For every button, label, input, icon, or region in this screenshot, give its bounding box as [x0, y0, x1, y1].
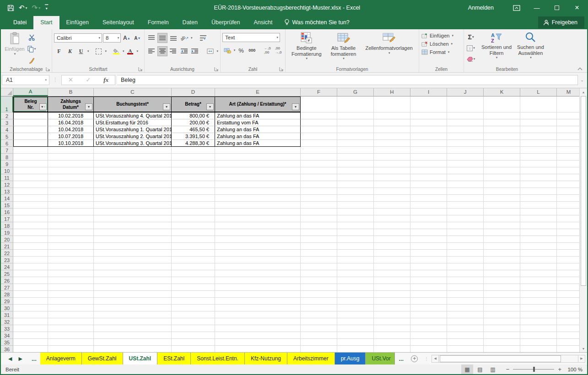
row-header-15[interactable]: 15	[1, 202, 13, 209]
cell-A20[interactable]	[13, 236, 48, 243]
cell-D34[interactable]	[172, 332, 215, 339]
cell-D17[interactable]	[172, 215, 215, 222]
cell-D32[interactable]	[172, 318, 215, 325]
cell-M11[interactable]	[557, 174, 579, 181]
row-header-5[interactable]: 5	[1, 133, 13, 140]
font-name-combo[interactable]: Calibri▾	[54, 33, 102, 43]
cell-K34[interactable]	[484, 332, 520, 339]
grow-font-button[interactable]: A▲	[122, 33, 131, 43]
row-header-18[interactable]: 18	[1, 222, 13, 229]
cell-F36[interactable]	[301, 346, 337, 352]
cell-A21[interactable]	[13, 243, 48, 250]
zoom-level[interactable]: 100 %	[562, 367, 583, 372]
cell-A11[interactable]	[13, 174, 48, 181]
cell-M9[interactable]	[557, 161, 579, 167]
cell-F9[interactable]	[301, 161, 337, 167]
cell-M23[interactable]	[557, 257, 579, 263]
cell-L21[interactable]	[520, 243, 557, 250]
fill-color-button[interactable]	[111, 46, 121, 56]
row-header-35[interactable]: 35	[1, 339, 13, 346]
borders-button[interactable]	[94, 46, 104, 56]
cancel-entry-icon[interactable]: ✕	[68, 76, 73, 83]
row-header-7[interactable]: 7	[1, 147, 13, 154]
cell-L33[interactable]	[520, 325, 557, 332]
cell-H23[interactable]	[374, 257, 410, 263]
cell-G27[interactable]	[337, 284, 374, 291]
scroll-up-button[interactable]: ▲	[580, 88, 587, 96]
cell-B1[interactable]: Zahlungs Datum*▼	[48, 96, 94, 112]
cell-C6[interactable]: USt.Vorauszahlung 3. Quartal 2017	[94, 140, 172, 147]
row-header-29[interactable]: 29	[1, 298, 13, 305]
row-header-11[interactable]: 11	[1, 174, 13, 181]
cell-G16[interactable]	[337, 209, 374, 215]
cell-G21[interactable]	[337, 243, 374, 250]
cell-A34[interactable]	[13, 332, 48, 339]
cell-J33[interactable]	[447, 325, 484, 332]
insert-function-icon[interactable]: fx	[103, 76, 108, 84]
cell-L24[interactable]	[520, 263, 557, 270]
cell-B26[interactable]	[48, 277, 94, 284]
cell-F33[interactable]	[301, 325, 337, 332]
cell-J2[interactable]	[447, 112, 484, 119]
cell-E10[interactable]	[215, 167, 301, 174]
cell-M28[interactable]	[557, 291, 579, 298]
cell-I22[interactable]	[410, 250, 447, 257]
sheet-tab-est-zahl[interactable]: ESt.Zahl	[157, 353, 191, 364]
cell-M4[interactable]	[557, 126, 579, 133]
row-header-24[interactable]: 24	[1, 263, 13, 270]
cell-I34[interactable]	[410, 332, 447, 339]
cell-K26[interactable]	[484, 277, 520, 284]
sheet-tab-gewst-zahl[interactable]: GewSt.Zahl	[82, 353, 123, 364]
shrink-font-button[interactable]: A▼	[133, 33, 142, 43]
cell-B29[interactable]	[48, 298, 94, 305]
cell-L4[interactable]	[520, 126, 557, 133]
cell-D27[interactable]	[172, 284, 215, 291]
cell-C10[interactable]	[94, 167, 172, 174]
cell-C21[interactable]	[94, 243, 172, 250]
cell-I16[interactable]	[410, 209, 447, 215]
cell-A7[interactable]	[13, 147, 48, 154]
cell-I23[interactable]	[410, 257, 447, 263]
cell-A36[interactable]	[13, 346, 48, 352]
zoom-out-button[interactable]: −	[506, 366, 510, 373]
cell-I36[interactable]	[410, 346, 447, 352]
ribbon-tab-start[interactable]: Start	[33, 16, 59, 29]
row-header-10[interactable]: 10	[1, 167, 13, 174]
cell-K20[interactable]	[484, 236, 520, 243]
cell-H34[interactable]	[374, 332, 410, 339]
cell-M21[interactable]	[557, 243, 579, 250]
align-top-button[interactable]	[146, 33, 156, 43]
cell-I3[interactable]	[410, 119, 447, 126]
name-box[interactable]: A1▾	[2, 75, 49, 85]
cell-D16[interactable]	[172, 209, 215, 215]
cell-I35[interactable]	[410, 339, 447, 346]
select-all-corner[interactable]	[1, 88, 13, 96]
cell-G19[interactable]	[337, 229, 374, 236]
cell-D26[interactable]	[172, 277, 215, 284]
cell-C9[interactable]	[94, 161, 172, 167]
cell-M17[interactable]	[557, 215, 579, 222]
cell-D25[interactable]	[172, 270, 215, 277]
cell-I14[interactable]	[410, 195, 447, 202]
cell-F32[interactable]	[301, 318, 337, 325]
italic-button[interactable]: K	[65, 46, 75, 56]
cell-K21[interactable]	[484, 243, 520, 250]
row-header-25[interactable]: 25	[1, 270, 13, 277]
filter-button[interactable]: ▼	[163, 103, 170, 110]
cell-I9[interactable]	[410, 161, 447, 167]
cell-A10[interactable]	[13, 167, 48, 174]
page-layout-view-button[interactable]: ▤	[474, 364, 486, 374]
cell-H14[interactable]	[374, 195, 410, 202]
cell-L32[interactable]	[520, 318, 557, 325]
filter-button[interactable]: ▼	[206, 103, 214, 110]
format-as-table-button[interactable]: Als Tabelle formatieren ▾	[328, 31, 359, 61]
cell-B15[interactable]	[48, 202, 94, 209]
cell-E4[interactable]: Zahlung an das FA	[215, 126, 301, 133]
cell-J26[interactable]	[447, 277, 484, 284]
column-header-D[interactable]: D	[172, 88, 215, 96]
cell-D21[interactable]	[172, 243, 215, 250]
cell-B30[interactable]	[48, 305, 94, 311]
cell-C11[interactable]	[94, 174, 172, 181]
cell-E7[interactable]	[215, 147, 301, 154]
cell-E28[interactable]	[215, 291, 301, 298]
